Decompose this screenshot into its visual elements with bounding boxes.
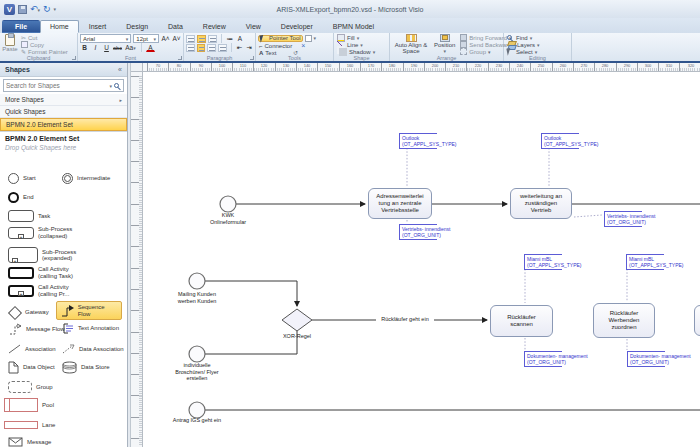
save-icon[interactable]	[18, 5, 27, 14]
auto-align-space-button[interactable]: Auto Align & Space	[392, 34, 430, 54]
bullets-icon[interactable]: ≔	[226, 34, 234, 43]
position-button[interactable]: Position▾	[432, 34, 457, 54]
stencil-item-message[interactable]: Message	[8, 437, 51, 447]
more-shapes-row[interactable]: More Shapes ▸	[0, 94, 127, 106]
cut-button[interactable]: ✂Cut	[20, 34, 69, 41]
annotation-dokumenten-2[interactable]: Dokumenten- management (OT_ORG_UNIT)	[627, 351, 665, 367]
qat-customize-icon[interactable]: ▾	[54, 6, 57, 12]
tab-data[interactable]: Data	[158, 20, 193, 33]
stencil-item-group[interactable]: Group	[8, 381, 53, 393]
decrease-indent-icon[interactable]: ⇤	[236, 43, 244, 52]
stencil-item-pool[interactable]: Pool	[4, 398, 54, 412]
layers-button[interactable]: Layers▾	[506, 41, 569, 48]
justify-button[interactable]	[218, 44, 227, 52]
change-case-button[interactable]: Aa▾	[124, 43, 137, 52]
format-painter-button[interactable]: ✎Format Painter	[20, 48, 69, 55]
underline-button[interactable]: U	[102, 43, 111, 52]
grow-font-button[interactable]: A˄	[161, 34, 170, 43]
event-label-broschueren[interactable]: individuelle Broschüren/ Flyer erstellen	[167, 362, 227, 382]
paste-button[interactable]: Paste	[2, 34, 18, 52]
connector-tool-button[interactable]: ⌐Connector	[258, 42, 293, 49]
connection-point-icon[interactable]: ×	[301, 42, 305, 49]
tab-design[interactable]: Design	[116, 20, 158, 33]
select-button[interactable]: Select▾	[506, 48, 569, 55]
stencil-item-data-store[interactable]: Data Store	[62, 361, 110, 374]
annotation-dokumenten-1[interactable]: Dokumenten- management (OT_ORG_UNIT)	[524, 351, 562, 367]
stencil-item-sequence-flow[interactable]: Sequence Flow	[56, 301, 122, 320]
tab-review[interactable]: Review	[193, 20, 236, 33]
quick-shapes-row[interactable]: Quick Shapes	[0, 106, 127, 118]
task-ruecklaeufer-zuordnen[interactable]: Rückläufer Werbenden zuordnen	[593, 303, 655, 338]
bold-button[interactable]: B	[80, 43, 89, 52]
shadow-button[interactable]: Shadow▾	[336, 48, 387, 55]
align-bottom-button[interactable]	[208, 35, 217, 43]
stencil-item-lane[interactable]: Lane	[4, 421, 55, 429]
search-input[interactable]	[6, 82, 107, 89]
paragraph-dialog-launcher[interactable]	[250, 56, 254, 60]
clipboard-dialog-launcher[interactable]	[72, 56, 76, 60]
tab-home[interactable]: Home	[40, 20, 79, 33]
start-event-broschueren[interactable]	[189, 346, 205, 362]
annotation-outlook-1[interactable]: Outlook (OT_APPL_SYS_TYPE)	[399, 133, 437, 149]
increase-indent-icon[interactable]: ⇥	[245, 43, 253, 52]
stencil-item-subprocess-collapsed[interactable]: +Sub-Process (collapsed)	[8, 226, 84, 239]
font-dialog-launcher[interactable]	[178, 56, 182, 60]
strikethrough-button[interactable]: abc	[113, 43, 122, 52]
annotation-vertriebs-2[interactable]: Vertriebs- innendienst (OT_ORG_UNIT)	[604, 211, 642, 227]
stencil-item-gateway[interactable]: Gateway	[8, 306, 49, 319]
task-weiterleitung[interactable]: weiterleitung an zuständigen Vertrieb	[510, 188, 572, 219]
task-partial[interactable]	[694, 305, 700, 336]
stencil-item-task[interactable]: Task	[8, 210, 50, 222]
shrink-font-button[interactable]: A˅	[172, 34, 181, 43]
annotation-vertriebs-1[interactable]: Vertriebs- innendienst (OT_ORG_UNIT)	[399, 224, 437, 240]
italic-button[interactable]: I	[91, 43, 100, 52]
tab-insert[interactable]: Insert	[79, 20, 117, 33]
annotation-outlook-2[interactable]: Outlook (OT_APPL_SYS_TYPE)	[541, 133, 579, 149]
stencil-item-call-activity-task[interactable]: Call Activity (calling Task)	[8, 266, 84, 279]
start-event-mailing[interactable]	[189, 273, 205, 289]
tab-bpmn-model[interactable]: BPMN Model	[323, 20, 384, 33]
drawing-page[interactable]: Adressenweiterlei tung an zentrale Vertr…	[143, 72, 700, 447]
stencil-item-data-object[interactable]: Data Object	[8, 361, 55, 374]
align-right-button[interactable]	[207, 44, 216, 52]
font-color-button[interactable]: A	[146, 44, 155, 52]
text-direction-icon[interactable]: A	[236, 34, 244, 43]
tab-developer[interactable]: Developer	[271, 20, 323, 33]
visio-app-icon[interactable]: V	[4, 4, 15, 15]
chevron-down-icon[interactable]: ▾	[109, 83, 112, 89]
start-event-antrag[interactable]	[189, 402, 205, 418]
stencil-item-subprocess-expanded[interactable]: +Sub-Process (expanded)	[8, 247, 88, 263]
find-button[interactable]: Find▾	[506, 34, 569, 41]
xor-gateway[interactable]	[282, 309, 312, 331]
font-size-combo[interactable]: 12pt▾	[133, 34, 159, 43]
stencil-item-text-annotation[interactable]: Text Annotation	[62, 323, 119, 334]
stencil-item-message-flow[interactable]: Message Flow	[8, 323, 65, 335]
stencil-tab-bpmn[interactable]: BPMN 2.0 Element Set	[0, 118, 127, 131]
stencil-item-end[interactable]: End	[8, 192, 34, 203]
annotation-miami-1[interactable]: Miami mBL (OT_APPL_SYS_TYPE)	[524, 254, 562, 270]
align-middle-button[interactable]	[197, 35, 206, 43]
copy-button[interactable]: Copy	[20, 41, 69, 48]
undo-icon[interactable]: ↶▾	[30, 4, 40, 15]
start-event-kwk[interactable]	[220, 196, 236, 212]
flow-label-ruecklaeufer[interactable]: Rückläufer geht ein	[376, 316, 434, 322]
stencil-item-association[interactable]: Association	[8, 344, 56, 354]
align-left-button[interactable]	[186, 44, 195, 52]
pointer-tool-button[interactable]: Pointer Tool	[258, 35, 303, 42]
annotation-miami-2[interactable]: Miami mBL (OT_APPL_SYS_TYPE)	[626, 254, 664, 270]
font-family-combo[interactable]: Arial▾	[80, 34, 131, 43]
tab-file[interactable]: File	[2, 20, 40, 33]
rectangle-tool-icon[interactable]	[305, 35, 312, 42]
stencil-item-start[interactable]: Start	[8, 173, 36, 184]
event-label-kwk[interactable]: KWK Onlineformular	[198, 212, 258, 225]
stencil-item-intermediate[interactable]: Intermediate	[62, 173, 110, 184]
collapse-panel-icon[interactable]: «	[118, 66, 122, 73]
event-label-mailing[interactable]: Mailing Kunden werben Kunden	[167, 291, 227, 304]
stencil-item-data-association[interactable]: Data Association	[62, 344, 124, 354]
gateway-label[interactable]: XOR-Regel	[267, 333, 327, 340]
search-icon[interactable]	[114, 83, 119, 88]
task-adressenweiterleitung[interactable]: Adressenweiterlei tung an zentrale Vertr…	[368, 188, 432, 219]
align-center-button[interactable]	[197, 44, 206, 52]
event-label-antrag[interactable]: Antrag IGS geht ein	[157, 417, 237, 424]
task-ruecklaeufer-scannen[interactable]: Rückläufer scannen	[490, 305, 553, 337]
